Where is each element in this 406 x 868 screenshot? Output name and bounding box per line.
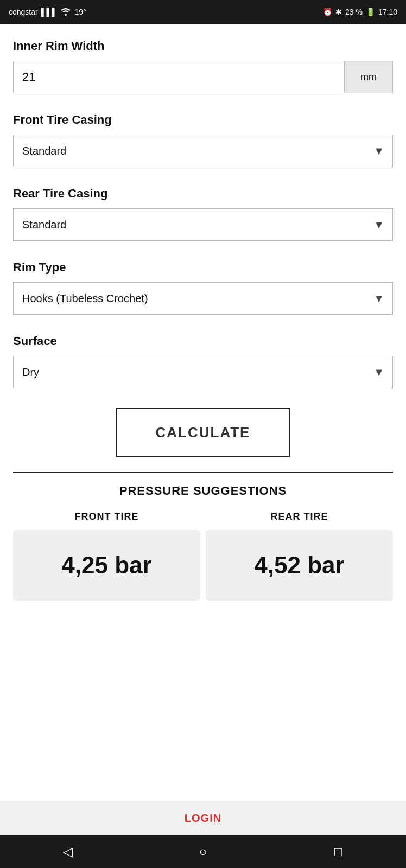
nav-home-button[interactable]: ○ [189, 838, 217, 865]
carrier-text: congstar [9, 8, 38, 16]
front-tire-column: FRONT TIRE 4,25 bar [13, 511, 200, 601]
surface-label: Surface [13, 334, 393, 348]
rear-tire-column: REAR TIRE 4,52 bar [206, 511, 393, 601]
back-icon: ◁ [63, 844, 73, 859]
battery-text: 23 % [345, 8, 363, 16]
signal-icon: ▌▌▌ [41, 8, 58, 16]
battery-icon: 🔋 [366, 8, 375, 16]
wifi-icon [60, 7, 71, 17]
calculate-button[interactable]: CALCULATE [116, 408, 290, 457]
nav-bar: ◁ ○ □ [0, 835, 406, 868]
rear-tire-casing-wrapper: Standard Light Pro Heavy ▼ [13, 208, 393, 241]
rim-type-select[interactable]: Hooks (Tubeless Crochet) Hookless (Tubel… [13, 282, 393, 315]
front-tire-casing-label: Front Tire Casing [13, 113, 393, 127]
status-left: congstar ▌▌▌ 19° [9, 7, 86, 17]
status-right: ⏰ ✱ 23 % 🔋 17:10 [323, 8, 397, 16]
rear-tire-col-label: REAR TIRE [270, 511, 328, 522]
rim-type-label: Rim Type [13, 260, 393, 275]
inner-rim-width-label: Inner Rim Width [13, 39, 393, 53]
rear-tire-casing-section: Rear Tire Casing Standard Light Pro Heav… [13, 187, 393, 241]
front-tire-casing-section: Front Tire Casing Standard Light Pro Hea… [13, 113, 393, 167]
time-text: 17:10 [378, 8, 397, 16]
rear-tire-casing-select[interactable]: Standard Light Pro Heavy [13, 208, 393, 241]
surface-wrapper: Dry Wet Mixed ▼ [13, 356, 393, 388]
pressure-title: PRESSURE SUGGESTIONS [13, 484, 393, 498]
login-bar: LOGIN [0, 801, 406, 835]
pressure-columns: FRONT TIRE 4,25 bar REAR TIRE 4,52 bar [13, 511, 393, 601]
login-button[interactable]: LOGIN [185, 812, 221, 825]
surface-section: Surface Dry Wet Mixed ▼ [13, 334, 393, 388]
inner-rim-width-input-row: mm [13, 61, 393, 93]
alarm-icon: ⏰ [323, 8, 332, 16]
inner-rim-width-section: Inner Rim Width mm [13, 39, 393, 93]
main-content: Inner Rim Width mm Front Tire Casing Sta… [0, 24, 406, 801]
front-tire-value-box: 4,25 bar [13, 530, 200, 601]
calculate-section: CALCULATE [13, 408, 393, 457]
front-tire-casing-select[interactable]: Standard Light Pro Heavy [13, 135, 393, 167]
pressure-section: PRESSURE SUGGESTIONS FRONT TIRE 4,25 bar… [13, 484, 393, 611]
rim-type-section: Rim Type Hooks (Tubeless Crochet) Hookle… [13, 260, 393, 315]
rear-tire-casing-label: Rear Tire Casing [13, 187, 393, 201]
rim-type-wrapper: Hooks (Tubeless Crochet) Hookless (Tubel… [13, 282, 393, 315]
recent-icon: □ [334, 844, 342, 859]
front-tire-value: 4,25 bar [61, 552, 151, 579]
divider [13, 472, 393, 473]
unit-button[interactable]: mm [344, 61, 393, 93]
front-tire-col-label: FRONT TIRE [75, 511, 139, 522]
nav-recent-button[interactable]: □ [325, 838, 352, 865]
rear-tire-value: 4,52 bar [254, 552, 344, 579]
front-tire-casing-wrapper: Standard Light Pro Heavy ▼ [13, 135, 393, 167]
rear-tire-value-box: 4,52 bar [206, 530, 393, 601]
nav-back-button[interactable]: ◁ [54, 838, 81, 865]
home-icon: ○ [199, 844, 207, 859]
surface-select[interactable]: Dry Wet Mixed [13, 356, 393, 388]
inner-rim-width-input[interactable] [13, 61, 344, 93]
temperature-text: 19° [74, 8, 86, 16]
bluetooth-icon: ✱ [335, 8, 342, 16]
status-bar: congstar ▌▌▌ 19° ⏰ ✱ 23 % 🔋 17:10 [0, 0, 406, 24]
